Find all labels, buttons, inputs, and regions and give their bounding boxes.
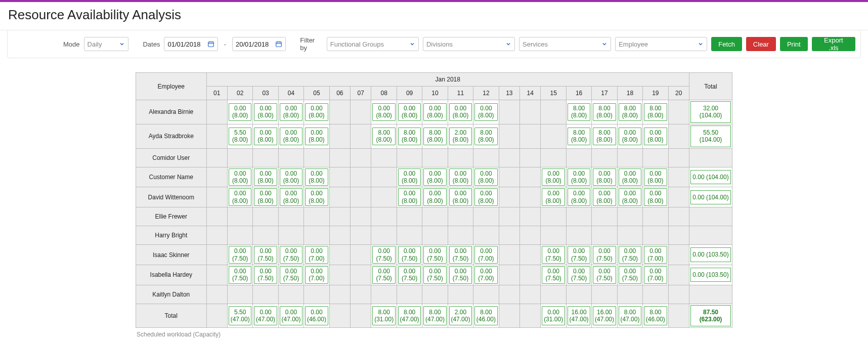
svg-rect-0 [208,42,213,47]
day-cell: 2.00(8.00) [448,124,473,148]
day-cell: 0.00(7.50) [448,245,473,265]
day-cell [422,148,448,167]
table-row: Ellie Frewer [136,207,732,226]
month-header: Jan 2018 [206,73,689,87]
total-day-cell: 8.00(47.00) [397,304,422,328]
day-cell [422,285,448,304]
row-total-cell: 0.00 (103.50) [689,245,732,265]
day-cell: 0.00(8.00) [592,167,617,187]
day-cell: 0.00(8.00) [278,100,303,124]
day-cell: 0.00(8.00) [304,167,329,187]
date-to-value: 20/01/2018 [236,40,269,48]
services-select[interactable]: Services [519,37,611,51]
table-row: Isabella Hardey0.00(7.50)0.00(7.50)0.00(… [136,265,732,285]
day-cell: 0.00(8.00) [278,167,303,187]
day-cell [448,226,473,245]
date-from-input[interactable]: 01/01/2018 [164,37,218,51]
day-cell [304,285,329,304]
day-cell: 0.00(8.00) [541,167,566,187]
day-cell [448,207,473,226]
row-total-cell [689,285,732,304]
table-head: Employee Jan 2018 Total 0102030405060708… [136,73,732,100]
table-row: Isaac Skinner0.00(7.50)0.00(7.50)0.00(7.… [136,245,732,265]
day-cell: 8.00(8.00) [643,100,668,124]
fetch-button[interactable]: Fetch [711,37,742,51]
day-cell [329,245,350,265]
total-day-cell: 16.00(47.00) [566,304,591,328]
day-cell [397,285,422,304]
day-cell [206,187,227,207]
day-header: 05 [304,87,329,100]
day-header: 03 [253,87,278,100]
day-cell [499,187,519,207]
day-cell: 0.00(7.50) [227,265,252,285]
day-header: 16 [566,87,591,100]
employee-name-cell: Comidor User [136,148,207,167]
chevron-down-icon [119,41,125,47]
day-cell: 0.00(8.00) [371,100,397,124]
day-cell: 8.00(8.00) [371,124,397,148]
export-xls-button[interactable]: Export .xls [812,37,855,51]
day-header: 09 [397,87,422,100]
total-day-cell: 8.00(46.00) [473,304,499,328]
date-to-input[interactable]: 20/01/2018 [232,37,286,51]
day-cell: 0.00(8.00) [227,167,252,187]
day-cell [227,207,252,226]
day-cell [520,100,541,124]
day-header: 12 [473,87,499,100]
day-cell [643,207,668,226]
day-cell [329,265,350,285]
mode-select[interactable]: Daily [84,37,129,51]
day-cell [206,245,227,265]
day-cell [227,285,252,304]
total-day-cell: 0.00(47.00) [278,304,303,328]
row-total-cell: 32.00 (104.00) [689,100,732,124]
clear-button[interactable]: Clear [746,37,776,51]
table-row: Harry Bright [136,226,732,245]
row-total-cell: 0.00 (104.00) [689,187,732,207]
day-cell: 0.00(8.00) [473,187,499,207]
table-row: Customer Name0.00(8.00)0.00(8.00)0.00(8.… [136,167,732,187]
employee-select[interactable]: Employee [615,37,707,51]
date-range-separator: - [222,40,228,48]
day-header: 20 [668,87,689,100]
day-cell [566,226,591,245]
day-cell: 0.00(8.00) [473,167,499,187]
day-cell [253,285,278,304]
day-cell [329,100,350,124]
row-total-cell [689,207,732,226]
day-cell: 0.00(7.00) [304,265,329,285]
day-cell [668,148,689,167]
print-button[interactable]: Print [780,37,808,51]
total-day-cell: 2.00(47.00) [448,304,473,328]
employee-name-cell: Customer Name [136,167,207,187]
day-cell [520,265,541,285]
table-row: Kaitlyn Dalton [136,285,732,304]
day-cell [371,207,397,226]
day-cell [473,226,499,245]
day-cell [541,100,566,124]
day-cell [397,226,422,245]
day-cell [371,148,397,167]
total-row: Total5.50(47.00)0.00(47.00)0.00(47.00)0.… [136,304,732,328]
day-cell [397,207,422,226]
divisions-select[interactable]: Divisions [423,37,515,51]
day-cell: 0.00(7.50) [541,245,566,265]
chevron-down-icon [601,41,607,47]
day-cell: 0.00(8.00) [617,124,642,148]
day-cell [592,148,617,167]
day-cell [499,285,519,304]
day-header: 04 [278,87,303,100]
day-cell [371,226,397,245]
day-cell [668,226,689,245]
day-cell [668,207,689,226]
day-cell [520,124,541,148]
divisions-value: Divisions [426,40,453,48]
day-cell: 0.00(8.00) [422,187,448,207]
day-cell [541,207,566,226]
day-cell [668,167,689,187]
day-header: 06 [329,87,350,100]
day-cell: 0.00(7.50) [371,245,397,265]
functional-groups-select[interactable]: Functional Groups [327,37,419,51]
total-day-cell: 5.50(47.00) [227,304,252,328]
